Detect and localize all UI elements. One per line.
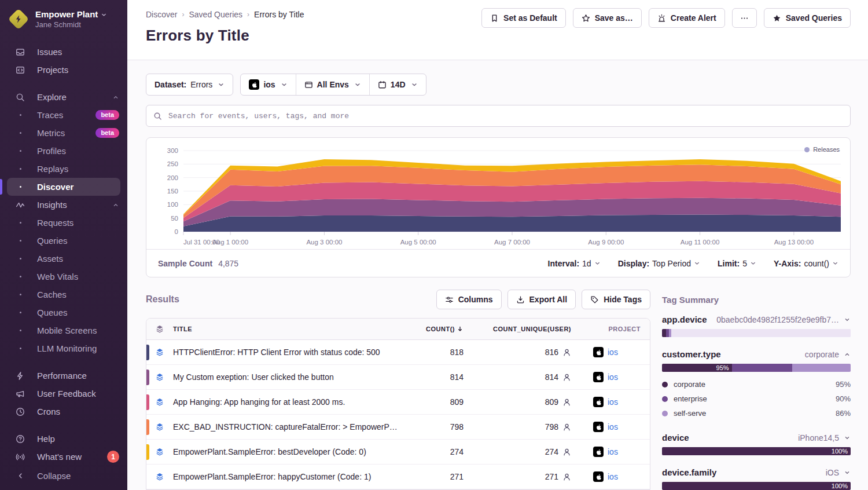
sidebar-item-traces[interactable]: Tracesbeta (0, 106, 127, 124)
error-title[interactable]: App Hanging: App hanging for at least 20… (173, 397, 406, 407)
tag-distribution-bar[interactable]: 100% (662, 447, 851, 455)
tag-name: device (662, 433, 689, 443)
table-row[interactable]: My Custom exeption: User clicked the but… (146, 365, 650, 390)
project-link[interactable]: ios (608, 348, 618, 357)
search-input[interactable] (167, 111, 843, 121)
apple-icon (593, 397, 604, 407)
sidebar-item-replays[interactable]: Replays (0, 160, 127, 178)
column-header-project[interactable]: PROJECT (582, 326, 650, 332)
error-title[interactable]: HTTPClientError: HTTP Client Error with … (173, 348, 406, 357)
breadcrumb-saved-queries[interactable]: Saved Queries (189, 10, 242, 19)
project-filter[interactable]: ios (241, 74, 295, 95)
search-bar[interactable] (146, 105, 851, 127)
sidebar-item-profiles[interactable]: Profiles (0, 142, 127, 160)
stack-icon[interactable] (146, 348, 173, 357)
stack-icon[interactable] (146, 397, 173, 407)
svg-text:Aug 3 00:00: Aug 3 00:00 (306, 239, 342, 246)
error-title[interactable]: EmpowerPlant.SampleError: happyCustomer … (173, 472, 406, 481)
column-header-count[interactable]: COUNT() (406, 326, 474, 332)
create-alert-button[interactable]: Create Alert (649, 8, 725, 28)
project-link[interactable]: ios (608, 447, 618, 456)
tag-legend-row[interactable]: corporate95% (662, 377, 851, 392)
alert-icon (657, 14, 666, 23)
sidebar-item-queues[interactable]: Queues (0, 303, 127, 321)
sidebar-item-discover[interactable]: Discover (7, 178, 120, 196)
column-header-count-unique[interactable]: COUNT_UNIQUE(USER) (474, 326, 582, 332)
table-row[interactable]: EmpowerPlant.SampleError: bestDeveloper … (146, 440, 650, 465)
sidebar-item-metrics[interactable]: Metricsbeta (0, 124, 127, 142)
chevron-down-icon[interactable] (844, 434, 851, 441)
sidebar-item-explore[interactable]: Explore (0, 88, 127, 106)
sidebar-item-help[interactable]: Help (0, 430, 127, 448)
sidebar-item-queries[interactable]: Queries (0, 232, 127, 250)
date-range-filter[interactable]: 14D (369, 74, 426, 95)
org-switcher[interactable]: Empower Plant Jane Schmidt (0, 0, 127, 37)
sidebar-item-caches[interactable]: Caches (0, 286, 127, 303)
hide-tags-button[interactable]: Hide Tags (582, 290, 650, 309)
tag-distribution-bar[interactable]: 100% (662, 482, 851, 490)
stack-icon[interactable] (146, 472, 173, 481)
tag-distribution-bar[interactable] (662, 329, 851, 337)
table-row[interactable]: HTTPClientError: HTTP Client Error with … (146, 340, 650, 365)
user-icon (562, 473, 571, 481)
sidebar-item-crons[interactable]: Crons (0, 403, 127, 420)
more-options-button[interactable] (732, 8, 757, 28)
dataset-selector[interactable]: Dataset: Errors (146, 74, 233, 96)
sidebar-item-requests[interactable]: Requests (0, 214, 127, 232)
limit-selector[interactable]: Limit:5 (718, 259, 756, 268)
chevron-up-icon[interactable] (844, 351, 851, 358)
sidebar-item-mobile-screens[interactable]: Mobile Screens (0, 321, 127, 339)
interval-selector[interactable]: Interval:1d (548, 259, 601, 268)
project-link[interactable]: ios (608, 372, 618, 382)
chevron-up-icon[interactable] (112, 202, 119, 209)
project-cell: ios (582, 347, 650, 357)
environment-filter[interactable]: All Envs (296, 74, 369, 95)
sidebar-collapse-button[interactable]: Collapse (0, 466, 127, 490)
chevron-down-icon[interactable] (844, 316, 851, 323)
save-as-button[interactable]: Save as… (573, 8, 642, 28)
table-row[interactable]: EmpowerPlant.SampleError: happyCustomer … (146, 465, 650, 489)
stack-icon[interactable] (146, 372, 173, 382)
table-row[interactable]: App Hanging: App hanging for at least 20… (146, 390, 650, 415)
breadcrumb-discover[interactable]: Discover (146, 10, 177, 19)
project-link[interactable]: ios (608, 422, 618, 432)
stack-icon[interactable] (146, 447, 173, 456)
svg-text:300: 300 (167, 147, 178, 154)
sidebar-item-what-s-new[interactable]: What's new1 (0, 448, 127, 466)
sidebar-item-performance[interactable]: Performance (0, 367, 127, 385)
sidebar-item-assets[interactable]: Assets (0, 250, 127, 268)
error-title[interactable]: EmpowerPlant.SampleError: bestDeveloper … (173, 447, 406, 456)
legend-dot (662, 396, 668, 402)
table-row[interactable]: EXC_BAD_INSTRUCTION: captureFatalError: … (146, 415, 650, 440)
display-selector[interactable]: Display:Top Period (618, 259, 700, 268)
error-title[interactable]: EXC_BAD_INSTRUCTION: captureFatalError: … (173, 422, 406, 432)
project-link[interactable]: ios (608, 472, 618, 481)
tag-name: device.family (662, 467, 716, 477)
set-as-default-button[interactable]: Set as Default (481, 8, 566, 28)
sidebar-item-projects[interactable]: Projects (0, 61, 127, 79)
tag-bar-segment (662, 329, 666, 337)
bullet-icon (15, 294, 25, 295)
stack-icon[interactable] (146, 422, 173, 432)
chart-footer: Sample Count 4,875 Interval:1d Display:T… (146, 249, 850, 277)
saved-queries-button[interactable]: Saved Queries (764, 8, 851, 28)
breadcrumb-separator: › (182, 10, 184, 19)
error-title[interactable]: My Custom exeption: User clicked the but… (173, 372, 406, 382)
tag-legend-row[interactable]: self-serve86% (662, 406, 851, 420)
chart-legend[interactable]: Releases (804, 146, 840, 153)
export-all-button[interactable]: Export All (507, 290, 576, 309)
column-header-title[interactable]: TITLE (173, 326, 406, 332)
tag-legend-row[interactable]: enterprise90% (662, 392, 851, 406)
sidebar-item-issues[interactable]: Issues (0, 43, 127, 61)
chevron-up-icon[interactable] (112, 94, 119, 101)
sidebar-item-user-feedback[interactable]: User Feedback (0, 385, 127, 403)
sidebar-item-insights[interactable]: Insights (0, 196, 127, 214)
chart-area[interactable]: Releases 050100150200250300Jul 31 00:00A… (146, 138, 850, 249)
chevron-down-icon[interactable] (844, 469, 851, 476)
yaxis-selector[interactable]: Y-Axis:count() (774, 259, 838, 268)
sidebar-item-web-vitals[interactable]: Web Vitals (0, 268, 127, 286)
tag-distribution-bar[interactable]: 95% (662, 364, 851, 372)
project-link[interactable]: ios (608, 397, 618, 407)
sidebar-item-llm-monitoring[interactable]: LLM Monitoring (0, 339, 127, 357)
columns-button[interactable]: Columns (436, 290, 502, 309)
